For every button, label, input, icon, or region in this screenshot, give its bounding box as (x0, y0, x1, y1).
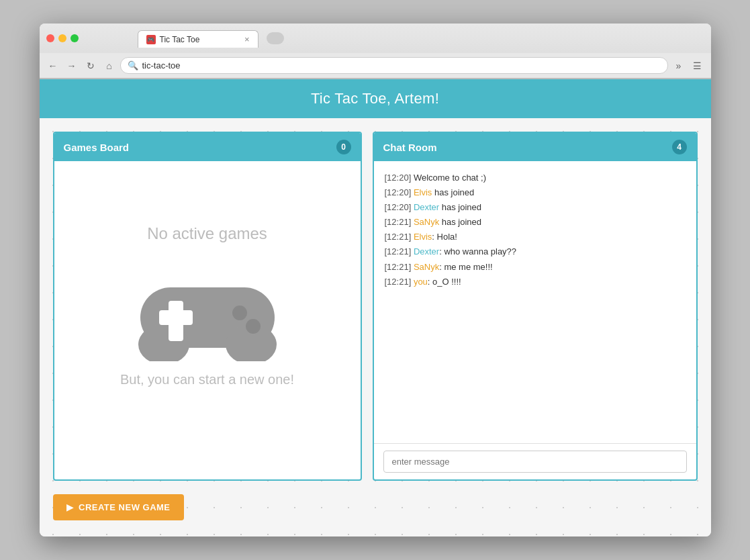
tab-title: Tic Tac Toe (160, 35, 200, 44)
minimize-button[interactable] (58, 34, 66, 42)
chat-message: [12:21] Dexter: who wanna play?? (385, 244, 686, 259)
create-game-label: CREATE NEW GAME (79, 502, 171, 512)
games-board-body: No active games (54, 161, 361, 450)
extensions-button[interactable]: » (671, 58, 687, 74)
svg-rect-4 (159, 310, 193, 325)
chat-message: [12:21] SaNyk: me me me!!! (385, 260, 686, 275)
chat-room-header: Chat Room 4 (374, 133, 696, 161)
page-content: Games Board 0 No active games (40, 118, 711, 536)
chat-message: [12:21] you: o_O !!!! (385, 275, 686, 289)
new-tab-button[interactable] (260, 29, 291, 48)
chat-room-panel: Chat Room 4 [12:20] Welcome to chat ;)[1… (373, 132, 698, 481)
svg-point-6 (246, 319, 261, 334)
nav-bar: ← → ↻ ⌂ 🔍 tic-tac-toe » ☰ (40, 53, 711, 79)
nav-extras: » ☰ (671, 58, 706, 74)
back-button[interactable]: ← (45, 58, 61, 74)
games-board-title: Games Board (64, 142, 130, 153)
tab-favicon: 🎮 (146, 35, 156, 44)
close-button[interactable] (46, 34, 54, 42)
page-title: Tic Tac Toe, Artem! (311, 90, 439, 107)
chat-message: [12:20] Welcome to chat ;) (385, 171, 686, 185)
active-tab[interactable]: 🎮 Tic Tac Toe × (138, 30, 259, 48)
gamepad-icon (127, 254, 288, 361)
panels-row: Games Board 0 No active games (53, 132, 698, 481)
refresh-button[interactable]: ↻ (83, 58, 99, 74)
chat-message: [12:20] Dexter has joined (385, 200, 686, 215)
chat-messages-area: [12:20] Welcome to chat ;)[12:20] Elvis … (374, 161, 696, 443)
window-controls (46, 34, 79, 42)
games-board-header: Games Board 0 (54, 133, 361, 161)
chat-input-area (374, 443, 696, 479)
tab-close-button[interactable]: × (244, 34, 250, 44)
games-board-badge: 0 (336, 140, 351, 154)
maximize-button[interactable] (71, 34, 79, 42)
arrow-icon: ▶ (66, 502, 74, 512)
bottom-bar: ▶ CREATE NEW GAME (53, 492, 698, 523)
page-header: Tic Tac Toe, Artem! (40, 79, 711, 118)
url-text: tic-tac-toe (142, 60, 661, 71)
svg-point-5 (232, 306, 247, 320)
chat-room-badge: 4 (672, 140, 687, 154)
create-new-game-button[interactable]: ▶ CREATE NEW GAME (53, 494, 184, 520)
title-bar: 🎮 Tic Tac Toe × ← → ↻ ⌂ 🔍 tic-tac-toe » (40, 24, 711, 79)
can-start-text: But, you can start a new one! (120, 372, 294, 387)
browser-window: 🎮 Tic Tac Toe × ← → ↻ ⌂ 🔍 tic-tac-toe » (40, 24, 711, 536)
games-board-panel: Games Board 0 No active games (53, 132, 362, 481)
chat-message: [12:21] Elvis: Hola! (385, 230, 686, 244)
home-button[interactable]: ⌂ (101, 58, 118, 74)
no-games-text: No active games (147, 224, 267, 243)
chat-room-title: Chat Room (383, 142, 437, 153)
chat-message: [12:21] SaNyk has joined (385, 215, 686, 230)
address-bar[interactable]: 🔍 tic-tac-toe (120, 57, 668, 74)
chat-input[interactable] (383, 451, 687, 473)
tab-bar: 🎮 Tic Tac Toe × (84, 29, 344, 48)
forward-button[interactable]: → (64, 58, 80, 74)
chat-message: [12:20] Elvis has joined (385, 185, 686, 200)
menu-button[interactable]: ☰ (690, 58, 706, 74)
